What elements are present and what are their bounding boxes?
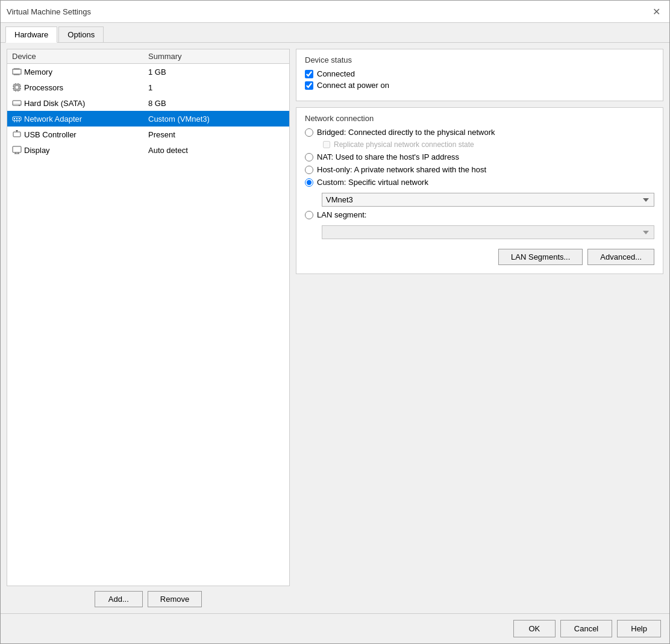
tab-hardware[interactable]: Hardware [5,27,57,43]
advanced-button[interactable]: Advanced... [587,249,654,265]
connected-checkbox[interactable] [305,70,313,78]
col-header-device: Device [12,52,148,61]
device-summary-processors: 1 [148,83,152,92]
svg-rect-7 [15,74,16,75]
bridged-label: Bridged: Connected directly to the physi… [317,128,495,137]
custom-radio[interactable] [305,178,313,187]
device-name-usb: USB Controller [24,130,77,139]
svg-rect-34 [13,146,21,152]
lan-radio-row: LAN segment: [305,210,654,219]
col-header-summary: Summary [148,52,284,61]
title-bar: Virtual Machine Settings ✕ [1,1,669,23]
device-name-display: Display [24,146,50,155]
svg-rect-1 [14,68,14,69]
svg-rect-30 [19,118,20,119]
right-panel: Device status Connected Connect at power… [296,49,663,607]
device-row-harddisk[interactable]: Hard Disk (SATA) 8 GB [7,95,289,111]
lan-segment-select[interactable] [322,225,654,239]
tabs-bar: Hardware Options [1,23,669,43]
svg-rect-2 [15,68,16,69]
device-row-usb[interactable]: USB Controller Present [7,127,289,142]
memory-icon [12,67,22,77]
bridged-radio[interactable] [305,128,313,137]
connect-power-row: Connect at power on [305,81,654,90]
svg-rect-28 [14,118,15,119]
connect-power-checkbox[interactable] [305,81,313,90]
add-button[interactable]: Add... [95,591,143,607]
svg-rect-31 [13,132,20,137]
network-connection-title: Network connection [305,114,654,123]
left-panel: Device Summary Memory 1 GB [7,49,290,607]
nat-label: NAT: Used to share the host's IP address [317,152,459,161]
hostonly-label: Host-only: A private network shared with… [317,165,486,174]
device-row-display[interactable]: Display Auto detect [7,142,289,158]
custom-dropdown-row: VMnet3 [322,193,654,207]
usb-icon [12,130,22,139]
custom-radio-row: Custom: Specific virtual network [305,178,654,187]
svg-rect-12 [15,86,19,89]
svg-rect-6 [14,74,14,75]
disk-icon [12,98,22,108]
device-summary-display: Auto detect [148,146,188,155]
hostonly-radio-row: Host-only: A private network shared with… [305,165,654,174]
svg-point-23 [19,105,20,106]
svg-rect-21 [13,101,21,105]
device-name-memory: Memory [24,67,52,77]
bridged-radio-row: Bridged: Connected directly to the physi… [305,128,654,137]
connected-row: Connected [305,69,654,78]
lan-segments-button[interactable]: LAN Segments... [498,249,583,265]
replicate-checkbox[interactable] [323,141,330,148]
network-icon [12,114,22,123]
replicate-sub-row: Replicate physical network connection st… [323,140,654,149]
device-status-title: Device status [305,55,654,64]
cancel-button[interactable]: Cancel [560,620,612,637]
device-list-header: Device Summary [7,49,289,64]
device-status-section: Device status Connected Connect at power… [296,49,663,101]
network-action-buttons: LAN Segments... Advanced... [305,249,654,265]
svg-rect-9 [17,74,18,75]
help-button[interactable]: Help [617,620,661,637]
svg-rect-3 [16,68,17,69]
display-icon [12,145,22,155]
device-row-processors[interactable]: Processors 1 [7,80,289,95]
device-row-network-adapter[interactable]: Network Adapter Custom (VMnet3) [7,111,289,127]
svg-rect-29 [16,118,17,119]
svg-rect-10 [19,74,19,75]
custom-label: Custom: Specific virtual network [317,178,428,187]
svg-rect-0 [13,69,21,74]
window: Virtual Machine Settings ✕ Hardware Opti… [0,0,670,644]
device-name-harddisk: Hard Disk (SATA) [24,99,85,108]
svg-rect-4 [17,68,18,69]
device-name-processors: Processors [24,83,63,92]
device-summary-memory: 1 GB [148,67,166,77]
svg-rect-8 [16,74,17,75]
replicate-label: Replicate physical network connection st… [334,140,474,149]
device-action-buttons: Add... Remove [7,591,290,607]
footer: OK Cancel Help [1,613,669,643]
ok-button[interactable]: OK [513,620,556,637]
device-list: Device Summary Memory 1 GB [7,49,290,586]
lan-label: LAN segment: [317,210,366,219]
connected-label: Connected [317,69,355,78]
close-button[interactable]: ✕ [649,4,663,19]
lan-radio[interactable] [305,211,313,219]
connect-power-label: Connect at power on [317,81,389,90]
nat-radio-row: NAT: Used to share the host's IP address [305,152,654,161]
device-name-network-adapter: Network Adapter [24,114,82,123]
window-title: Virtual Machine Settings [7,7,91,16]
remove-button[interactable]: Remove [148,591,202,607]
svg-rect-5 [19,68,19,69]
device-summary-harddisk: 8 GB [148,99,166,108]
device-summary-network-adapter: Custom (VMnet3) [148,114,210,123]
processor-icon [12,83,22,92]
hostonly-radio[interactable] [305,166,313,174]
network-radio-group: Bridged: Connected directly to the physi… [305,128,654,239]
main-content: Device Summary Memory 1 GB [1,43,669,613]
network-connection-section: Network connection Bridged: Connected di… [296,107,663,274]
tab-options[interactable]: Options [58,27,104,42]
device-summary-usb: Present [148,130,175,139]
device-row-memory[interactable]: Memory 1 GB [7,64,289,80]
lan-dropdown-row [322,225,654,239]
custom-network-select[interactable]: VMnet3 [322,193,654,207]
nat-radio[interactable] [305,153,313,161]
